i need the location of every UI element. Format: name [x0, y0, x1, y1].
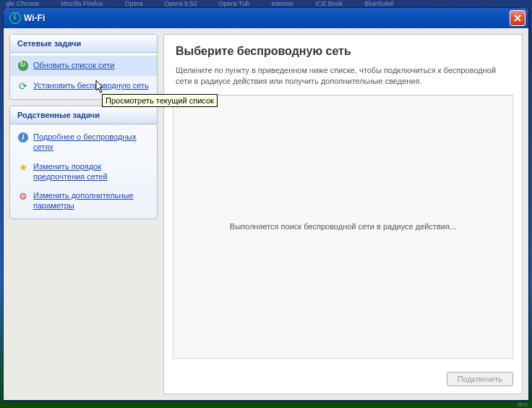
main-footer: Подключить	[164, 366, 522, 394]
connect-button[interactable]: Подключить	[447, 372, 513, 386]
main-description: Щелкните по пункту в приведенном ниже сп…	[164, 62, 522, 95]
task-label: Установить беспроводную сеть	[33, 80, 149, 90]
star-icon: ★	[17, 161, 29, 173]
task-label: Подробнее о беспроводных сетях	[33, 132, 149, 153]
main-header: Выберите беспроводную сеть	[164, 35, 522, 62]
titlebar[interactable]: Wi-Fi	[4, 8, 528, 28]
sidebar: Сетевые задачи Обновить список сети ⟳ Ус…	[9, 34, 158, 394]
info-icon: i	[17, 132, 29, 143]
desktop-taskbar-hints: gle ChromeMozilla FirefoxOperaOpera 9.52…	[0, 0, 532, 7]
related-tasks-panel: Родственные задачи i Подробнее о беспров…	[9, 106, 158, 219]
close-icon	[513, 14, 522, 22]
network-tasks-panel: Сетевые задачи Обновить список сети ⟳ Ус…	[9, 34, 158, 100]
task-refresh-network-list[interactable]: Обновить список сети	[10, 56, 157, 76]
network-tasks-header: Сетевые задачи	[10, 35, 157, 53]
task-label: Изменить порядок предпочтения сетей	[33, 161, 149, 182]
main-pane: Выберите беспроводную сеть Щелкните по п…	[163, 34, 523, 394]
close-button[interactable]	[510, 10, 525, 26]
brand-watermark: dns	[517, 401, 528, 408]
main-title: Выберите беспроводную сеть	[176, 45, 510, 58]
network-tasks-body: Обновить список сети ⟳ Установить беспро…	[10, 53, 157, 99]
related-tasks-header: Родственные задачи	[10, 106, 157, 124]
window-title: Wi-Fi	[24, 13, 45, 23]
wifi-icon	[9, 12, 21, 24]
wifi-window: Wi-Fi Сетевые задачи Обновить список сет…	[3, 7, 529, 401]
task-setup-wireless-network[interactable]: ⟳ Установить беспроводную сеть	[10, 76, 157, 96]
task-label: Обновить список сети	[33, 60, 115, 70]
network-list-area: Выполняется поиск беспроводной сети в ра…	[173, 95, 513, 359]
task-change-order[interactable]: ★ Изменить порядок предпочтения сетей	[10, 157, 157, 187]
advanced-icon: ⚙	[17, 190, 29, 202]
related-tasks-body: i Подробнее о беспроводных сетях ★ Измен…	[10, 124, 157, 218]
task-label: Изменить дополнительные параметры	[33, 190, 149, 211]
refresh-icon	[17, 60, 29, 72]
task-learn-wireless[interactable]: i Подробнее о беспроводных сетях	[10, 127, 157, 157]
tooltip: Просмотреть текущий список	[102, 94, 218, 107]
task-change-advanced[interactable]: ⚙ Изменить дополнительные параметры	[10, 186, 157, 216]
window-body: Сетевые задачи Обновить список сети ⟳ Ус…	[4, 28, 528, 400]
setup-icon: ⟳	[17, 80, 29, 92]
searching-message: Выполняется поиск беспроводной сети в ра…	[230, 222, 456, 231]
